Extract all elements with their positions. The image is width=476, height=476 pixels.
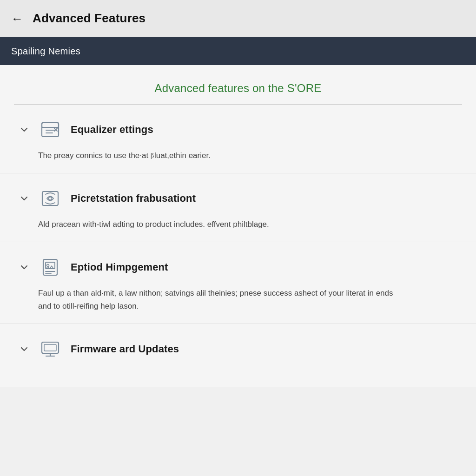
feature-header-picretstation: Picretstation frabusationt: [19, 186, 457, 211]
section-header-text: Spailing Nemies: [11, 46, 80, 57]
picretstation-title: Picretstation frabusationt: [71, 192, 196, 205]
equalizer-description: The preay connics to use the·at ꞵluat,et…: [19, 149, 400, 173]
equalizer-title: Equalizer ettings: [71, 124, 153, 136]
page-subtitle: Advanced features on the S'ORE: [0, 65, 476, 104]
eptiod-icon: [38, 255, 62, 279]
picretstation-description: Ald pracean with-tiwl adting to product …: [19, 218, 400, 242]
feature-item-picretstation: Picretstation frabusationt Ald pracean w…: [0, 173, 476, 242]
chevron-firmware[interactable]: [19, 344, 30, 355]
app-bar: ← Advanced Features: [0, 0, 476, 37]
feature-header-equalizer: Equalizer ettings: [19, 118, 457, 142]
equalizer-icon: [38, 118, 62, 142]
chevron-eptiod[interactable]: [19, 262, 30, 273]
firmware-icon: [38, 337, 62, 361]
eptiod-description: Faul up a than ald·mit, a law nithon; sa…: [19, 287, 400, 323]
feature-header-firmware: Firmware ard Updates: [19, 337, 457, 361]
feature-item-firmware: Firmware ard Updates: [0, 324, 476, 361]
svg-rect-16: [44, 344, 56, 351]
svg-point-7: [49, 197, 52, 200]
chevron-equalizer[interactable]: [19, 124, 30, 135]
section-header: Spailing Nemies: [0, 37, 476, 65]
firmware-title: Firmware ard Updates: [71, 343, 179, 355]
svg-point-10: [47, 264, 49, 267]
back-button[interactable]: ←: [11, 13, 23, 25]
main-content: Advanced features on the S'ORE Equ: [0, 65, 476, 387]
svg-rect-6: [42, 192, 58, 205]
feature-header-eptiod: Eptiod Himpgement: [19, 255, 457, 279]
app-bar-title: Advanced Features: [33, 11, 145, 26]
picretstation-icon: [38, 186, 62, 211]
feature-item-equalizer: Equalizer ettings The preay connics to u…: [0, 105, 476, 173]
feature-item-eptiod: Eptiod Himpgement Faul up a than ald·mit…: [0, 242, 476, 323]
svg-rect-1: [42, 123, 59, 127]
eptiod-title: Eptiod Himpgement: [71, 261, 168, 273]
chevron-picretstation[interactable]: [19, 193, 30, 204]
